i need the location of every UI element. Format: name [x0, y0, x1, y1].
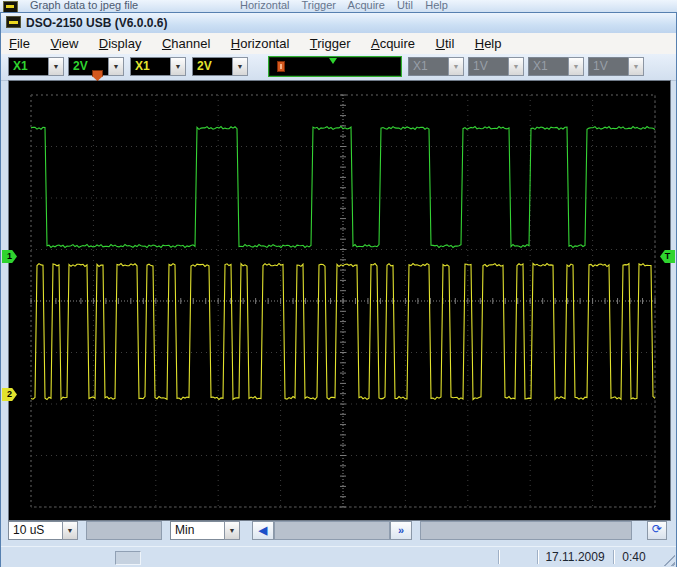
chevron-down-icon[interactable]: ▼ — [48, 57, 64, 76]
ch2-probe-value[interactable]: X1 — [130, 57, 170, 76]
window-title: DSO-2150 USB (V6.0.0.6) — [26, 16, 167, 30]
acquisition-mode-combo[interactable]: Min ▼ — [170, 521, 240, 540]
trigger-position-slider[interactable] — [268, 56, 402, 77]
resize-grip[interactable] — [662, 553, 675, 566]
scroll-track[interactable] — [420, 521, 632, 540]
trigger-center-marker-icon — [329, 58, 337, 64]
status-mini-panel — [115, 551, 141, 565]
ch2-volts-combo[interactable]: 2V ▼ — [192, 57, 248, 76]
background-window-menu: Horizontal Trigger Acquire Util Help — [240, 0, 448, 11]
menu-view[interactable]: View — [42, 33, 86, 53]
status-time: 0:40 — [613, 550, 655, 564]
pan-right-button[interactable]: » — [390, 521, 412, 540]
refresh-button[interactable]: ⟳ — [647, 521, 667, 540]
menu-acquire[interactable]: Acquire — [363, 33, 423, 53]
pan-left-icon: ◀ — [259, 524, 267, 536]
chevron-down-icon[interactable]: ▼ — [108, 57, 124, 76]
status-date: 17.11.2009 — [537, 550, 613, 564]
ch1-probe-combo[interactable]: X1 ▼ — [8, 57, 64, 76]
menu-help[interactable]: Help — [467, 33, 510, 53]
app-window: DSO-2150 USB (V6.0.0.6) File View Displa… — [0, 12, 677, 567]
pan-position-track[interactable] — [274, 521, 390, 540]
toolbar: X1 ▼ 2V ▼ X1 ▼ 2V ▼ X1 ▼ — [1, 54, 676, 81]
aux-probe-value-1: X1 — [408, 57, 448, 76]
timebase-combo[interactable]: 10 uS ▼ — [8, 521, 78, 540]
buffer-info-box — [86, 521, 162, 540]
chevron-down-icon[interactable]: ▼ — [62, 521, 78, 540]
chevron-down-icon[interactable]: ▼ — [232, 57, 248, 76]
aux-volts-combo-1: 1V ▼ — [468, 57, 524, 76]
menu-channel[interactable]: Channel — [154, 33, 218, 53]
menu-display[interactable]: Display — [91, 33, 150, 53]
status-bar: 17.11.2009 0:40 — [1, 546, 676, 567]
ch2-probe-combo[interactable]: X1 ▼ — [130, 57, 186, 76]
chevron-down-icon: ▼ — [628, 57, 644, 76]
aux-volts-value-1: 1V — [468, 57, 508, 76]
aux-probe-combo-2: X1 ▼ — [528, 57, 584, 76]
ch1-probe-value[interactable]: X1 — [8, 57, 48, 76]
pan-right-icon: » — [398, 524, 404, 536]
app-icon — [6, 16, 21, 28]
scope-display — [9, 81, 670, 520]
menu-bar: File View Display Channel Horizontal Tri… — [1, 33, 676, 55]
background-window-caption: Graph data to jpeg file — [30, 0, 138, 11]
chevron-down-icon: ▼ — [448, 57, 464, 76]
ch2-volts-value[interactable]: 2V — [192, 57, 232, 76]
aux-probe-combo-1: X1 ▼ — [408, 57, 464, 76]
refresh-icon: ⟳ — [652, 522, 662, 536]
menu-trigger[interactable]: Trigger — [302, 33, 359, 53]
aux-volts-combo-2: 1V ▼ — [588, 57, 644, 76]
pan-left-button[interactable]: ◀ — [252, 521, 274, 540]
status-separator — [498, 550, 500, 564]
title-bar[interactable]: DSO-2150 USB (V6.0.0.6) — [1, 13, 676, 34]
trigger-position-handle[interactable] — [277, 61, 285, 72]
aux-probe-value-2: X1 — [528, 57, 568, 76]
chevron-down-icon[interactable]: ▼ — [224, 521, 240, 540]
menu-horizontal[interactable]: Horizontal — [223, 33, 298, 53]
menu-util[interactable]: Util — [428, 33, 463, 53]
menu-file[interactable]: File — [1, 33, 38, 53]
aux-volts-value-2: 1V — [588, 57, 628, 76]
chevron-down-icon: ▼ — [568, 57, 584, 76]
scope-area — [8, 80, 671, 521]
timebase-value[interactable]: 10 uS — [8, 521, 62, 540]
acquisition-mode-value[interactable]: Min — [170, 521, 224, 540]
chevron-down-icon[interactable]: ▼ — [170, 57, 186, 76]
chevron-down-icon: ▼ — [508, 57, 524, 76]
screen: Graph data to jpeg file Horizontal Trigg… — [0, 0, 677, 567]
